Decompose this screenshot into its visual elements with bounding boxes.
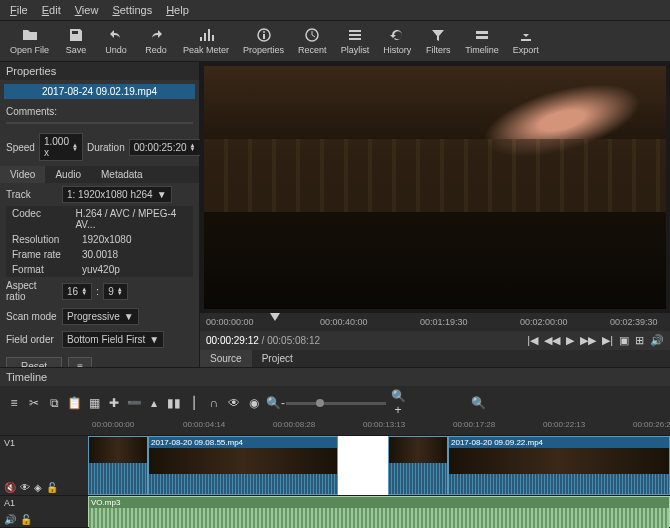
recent-button[interactable]: Recent bbox=[292, 25, 333, 57]
main-toolbar: Open File Save Undo Redo Peak Meter Prop… bbox=[0, 21, 670, 62]
format-value: yuv420p bbox=[82, 264, 120, 275]
framerate-value: 30.0018 bbox=[82, 249, 118, 260]
duration-input[interactable]: 00:00:25:20▲▼ bbox=[129, 139, 201, 156]
forward-button[interactable]: ▶▶ bbox=[580, 334, 596, 347]
video-clip[interactable]: 2017-08-20 09.08.55.mp4 bbox=[148, 436, 338, 495]
menu-settings[interactable]: Settings bbox=[106, 2, 158, 18]
preview-ruler[interactable]: 00:00:00:00 00:00:40:00 00:01:19:30 00:0… bbox=[200, 313, 670, 331]
paste-icon[interactable]: 📋 bbox=[66, 396, 82, 410]
video-track[interactable]: 2017-08-20 09.08.55.mp4 2017-08-20 09.09… bbox=[88, 436, 670, 496]
menu-help[interactable]: Help bbox=[160, 2, 195, 18]
grid-button[interactable]: ⊞ bbox=[635, 334, 644, 347]
properties-button[interactable]: Properties bbox=[237, 25, 290, 57]
lock-icon[interactable]: 🔓 bbox=[20, 514, 32, 525]
timeline-gap[interactable] bbox=[338, 436, 388, 495]
clip-name[interactable]: 2017-08-24 09.02.19.mp4 bbox=[4, 84, 195, 99]
speed-input[interactable]: 1.000 x▲▼ bbox=[39, 133, 83, 161]
tab-audio[interactable]: Audio bbox=[45, 166, 91, 183]
save-button[interactable]: Save bbox=[57, 25, 95, 57]
track-headers: V1 🔇 👁 ◈ 🔓 A1 🔊 🔓 bbox=[0, 420, 88, 528]
properties-panel: Properties 2017-08-24 09.02.19.mp4 Comme… bbox=[0, 62, 200, 367]
zoom-slider[interactable] bbox=[286, 402, 386, 405]
framerate-label: Frame rate bbox=[12, 249, 82, 260]
menu-edit[interactable]: Edit bbox=[36, 2, 67, 18]
comments-label: Comments: bbox=[6, 106, 58, 117]
play-button[interactable]: ▶ bbox=[566, 334, 574, 347]
skip-start-button[interactable]: |◀ bbox=[527, 334, 538, 347]
svg-point-1 bbox=[263, 31, 265, 33]
split-icon[interactable]: ⎮ bbox=[186, 396, 202, 410]
timeline-title: Timeline bbox=[0, 368, 670, 386]
rewind-button[interactable]: ◀◀ bbox=[544, 334, 560, 347]
tab-source[interactable]: Source bbox=[200, 350, 252, 367]
track-area[interactable]: 00:00:00:00 00:00:04:14 00:00:08:28 00:0… bbox=[88, 420, 670, 528]
timeline-button[interactable]: Timeline bbox=[459, 25, 505, 57]
tab-metadata[interactable]: Metadata bbox=[91, 166, 153, 183]
speaker-icon[interactable]: 🔊 bbox=[4, 514, 16, 525]
comments-input[interactable] bbox=[6, 122, 193, 124]
preview-viewport[interactable] bbox=[200, 62, 670, 313]
filters-button[interactable]: Filters bbox=[419, 25, 457, 57]
ripple-icon[interactable]: ◉ bbox=[246, 396, 262, 410]
audio-clip[interactable]: VO.mp3 bbox=[88, 496, 670, 527]
history-button[interactable]: History bbox=[377, 25, 417, 57]
overwrite-icon[interactable]: ▮▮ bbox=[166, 396, 182, 410]
mute-icon[interactable]: 🔇 bbox=[4, 482, 16, 493]
playlist-button[interactable]: Playlist bbox=[335, 25, 376, 57]
export-button[interactable]: Export bbox=[507, 25, 545, 57]
audio-track[interactable]: VO.mp3 bbox=[88, 496, 670, 528]
lift-icon[interactable]: ▴ bbox=[146, 396, 162, 410]
format-label: Format bbox=[12, 264, 82, 275]
zoom-in-icon[interactable]: 🔍+ bbox=[390, 389, 406, 417]
menu-bar: File Edit View Settings Help bbox=[0, 0, 670, 21]
aspect-h-input[interactable]: 9▲▼ bbox=[103, 283, 128, 300]
snap-icon[interactable]: ∩ bbox=[206, 396, 222, 410]
menu-view[interactable]: View bbox=[69, 2, 105, 18]
tab-video[interactable]: Video bbox=[0, 166, 45, 183]
preview-image bbox=[204, 66, 666, 309]
duration-label: Duration bbox=[87, 142, 125, 153]
undo-button[interactable]: Undo bbox=[97, 25, 135, 57]
video-track-header[interactable]: V1 🔇 👁 ◈ 🔓 bbox=[0, 436, 88, 496]
remove-icon[interactable]: ➖ bbox=[126, 396, 142, 410]
lock-icon[interactable]: 🔓 bbox=[46, 482, 58, 493]
track-select[interactable]: 1: 1920x1080 h264 ▼ bbox=[62, 186, 172, 203]
video-clip[interactable] bbox=[88, 436, 148, 495]
menu-icon[interactable]: ≡ bbox=[6, 396, 22, 410]
audio-track-header[interactable]: A1 🔊 🔓 bbox=[0, 496, 88, 528]
timeline-panel: Timeline ≡ ✂ ⧉ 📋 ▦ ✚ ➖ ▴ ▮▮ ⎮ ∩ 👁 ◉ 🔍- 🔍… bbox=[0, 367, 670, 528]
timecode: 00:00:29:12 / 00:05:08:12 bbox=[206, 335, 320, 346]
video-clip[interactable]: 2017-08-20 09.09.22.mp4 bbox=[448, 436, 670, 495]
scan-select[interactable]: Progressive ▼ bbox=[62, 308, 139, 325]
open-file-button[interactable]: Open File bbox=[4, 25, 55, 57]
timeline-ruler[interactable]: 00:00:00:00 00:00:04:14 00:00:08:28 00:0… bbox=[88, 420, 670, 436]
zoom-fit-icon[interactable]: 🔍 bbox=[470, 396, 486, 410]
peak-meter-button[interactable]: Peak Meter bbox=[177, 25, 235, 57]
aspect-w-input[interactable]: 16▲▼ bbox=[62, 283, 92, 300]
eye-icon[interactable]: 👁 bbox=[20, 482, 30, 493]
field-select[interactable]: Bottom Field First ▼ bbox=[62, 331, 164, 348]
zoom-fit-button[interactable]: ▣ bbox=[619, 334, 629, 347]
redo-button[interactable]: Redo bbox=[137, 25, 175, 57]
tab-project[interactable]: Project bbox=[252, 350, 303, 367]
copy-icon[interactable]: ⧉ bbox=[46, 396, 62, 410]
preview-panel: 00:00:00:00 00:00:40:00 00:01:19:30 00:0… bbox=[200, 62, 670, 367]
playhead-icon[interactable] bbox=[270, 313, 280, 321]
append-icon[interactable]: ▦ bbox=[86, 396, 102, 410]
codec-value: H.264 / AVC / MPEG-4 AV... bbox=[75, 208, 187, 230]
transport-bar: 00:00:29:12 / 00:05:08:12 |◀ ◀◀ ▶ ▶▶ ▶| … bbox=[200, 331, 670, 350]
resolution-label: Resolution bbox=[12, 234, 82, 245]
add-icon[interactable]: ✚ bbox=[106, 396, 122, 410]
speed-label: Speed bbox=[6, 142, 35, 153]
cut-icon[interactable]: ✂ bbox=[26, 396, 42, 410]
track-label: Track bbox=[6, 189, 58, 200]
zoom-out-icon[interactable]: 🔍- bbox=[266, 396, 282, 410]
scrub-icon[interactable]: 👁 bbox=[226, 396, 242, 410]
menu-file[interactable]: File bbox=[4, 2, 34, 18]
resolution-value: 1920x1080 bbox=[82, 234, 132, 245]
skip-end-button[interactable]: ▶| bbox=[602, 334, 613, 347]
compose-icon[interactable]: ◈ bbox=[34, 482, 42, 493]
volume-button[interactable]: 🔊 bbox=[650, 334, 664, 347]
video-clip[interactable] bbox=[388, 436, 448, 495]
field-label: Field order bbox=[6, 334, 58, 345]
